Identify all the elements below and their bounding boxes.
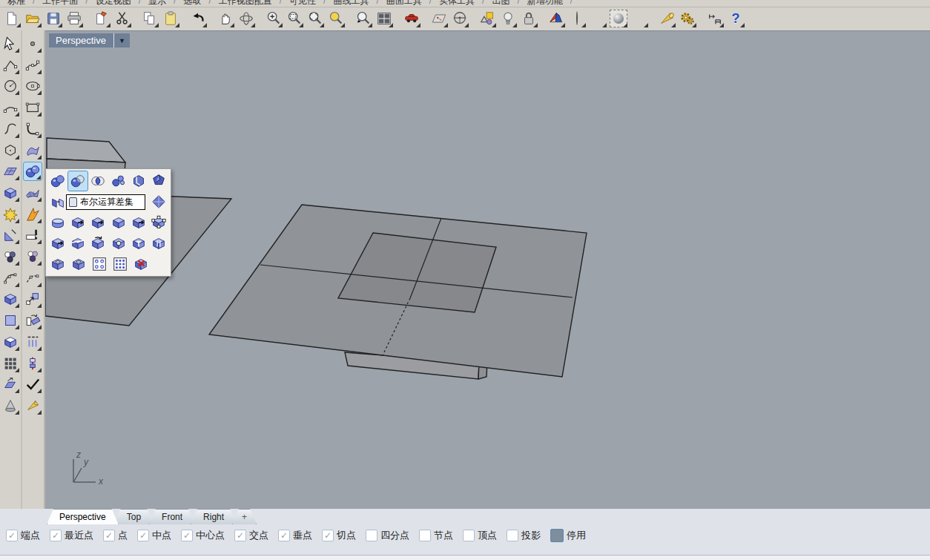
osnap-checkbox[interactable]: ✓ xyxy=(278,530,290,541)
perspective-viewport[interactable]: xyz Perspective ▼ xyxy=(45,30,930,510)
arc-3pt-button[interactable] xyxy=(1,98,20,117)
boolean-box-button[interactable] xyxy=(1,332,20,352)
copy-squares-button[interactable] xyxy=(1,311,20,330)
osnap-disable-checkbox[interactable] xyxy=(550,529,564,542)
chamfer-button[interactable] xyxy=(1,225,20,245)
scale-arrow-button[interactable] xyxy=(23,289,42,309)
scene-canvas[interactable]: xyz xyxy=(45,31,930,510)
named-views-car-button[interactable] xyxy=(401,8,422,29)
boolean-split-button[interactable] xyxy=(108,171,128,191)
group-circles-button[interactable] xyxy=(23,247,42,266)
undo-view-change-button[interactable] xyxy=(353,8,374,29)
trim-exclaim-button[interactable] xyxy=(23,225,42,245)
osnap-checkbox[interactable]: ✓ xyxy=(234,530,246,541)
undo-button[interactable] xyxy=(188,8,208,29)
polyline-button[interactable] xyxy=(1,56,20,75)
viewport-tab-right[interactable]: Right xyxy=(191,509,237,524)
rotate-face-button[interactable] xyxy=(88,233,108,254)
osnap-checkbox[interactable]: ✓ xyxy=(137,530,149,541)
curve-interpolate-button[interactable] xyxy=(23,56,42,75)
explode-lightning-button[interactable] xyxy=(23,205,42,224)
box-face-button[interactable] xyxy=(108,212,128,233)
osnap-checkbox[interactable]: ✓ xyxy=(50,530,62,541)
round-hole-button[interactable] xyxy=(108,233,128,254)
polygon-button[interactable] xyxy=(1,141,20,160)
menu-item[interactable]: 出图 xyxy=(484,0,517,7)
dimension-button[interactable] xyxy=(705,8,725,29)
save-button[interactable] xyxy=(43,8,64,29)
surface-plane-button[interactable] xyxy=(1,162,20,181)
copy-hole-button[interactable] xyxy=(68,254,89,274)
delete-hole-button[interactable] xyxy=(131,254,151,274)
offset-face-button[interactable] xyxy=(88,212,108,233)
new-document-button[interactable] xyxy=(1,8,22,29)
menu-item[interactable]: 曲面工具 xyxy=(379,0,429,7)
spotlight-cone-button[interactable] xyxy=(656,8,677,29)
viewport-tab-front[interactable]: Front xyxy=(149,509,195,524)
cplane-map-button[interactable] xyxy=(429,8,449,29)
menu-item[interactable]: 工作平面 xyxy=(35,0,85,7)
rectangle-button[interactable] xyxy=(23,98,42,117)
rotate-mirror-button[interactable] xyxy=(23,311,42,330)
viewport-tab-perspective[interactable]: Perspective xyxy=(47,509,119,524)
osnap-checkbox[interactable] xyxy=(419,530,431,541)
curve-freeform-button[interactable] xyxy=(1,119,20,139)
array-grid-button[interactable] xyxy=(1,354,20,373)
osnap-checkbox[interactable]: ✓ xyxy=(181,530,193,541)
cut-scissors-button[interactable] xyxy=(112,8,133,29)
menu-item[interactable]: 选取 xyxy=(176,0,208,7)
extract-surface-button[interactable] xyxy=(47,191,67,212)
paste-clipboard-button[interactable] xyxy=(160,8,181,29)
menu-item[interactable]: 可见性 xyxy=(282,0,323,7)
single-point-button[interactable] xyxy=(23,34,42,53)
osnap-checkbox[interactable]: ✓ xyxy=(6,530,18,541)
rendered-sphere-button[interactable] xyxy=(629,8,650,29)
pan-hand-button[interactable] xyxy=(215,8,236,29)
copy-button[interactable] xyxy=(139,8,160,29)
move-face-button[interactable] xyxy=(67,212,88,233)
fillet-star-button[interactable] xyxy=(1,205,20,224)
polyhedron-button[interactable] xyxy=(149,171,169,191)
viewport-dropdown-icon[interactable]: ▼ xyxy=(114,37,130,45)
split-face-button[interactable] xyxy=(67,233,88,254)
text-solid-button[interactable] xyxy=(128,233,148,254)
menu-item[interactable]: 新增功能 xyxy=(520,0,570,7)
boolean-intersection-button[interactable] xyxy=(88,171,108,191)
zoom-window-button[interactable] xyxy=(284,8,305,29)
check-mark-button[interactable] xyxy=(23,375,42,394)
place-hole-button[interactable] xyxy=(47,254,68,274)
menu-item[interactable]: 标准 xyxy=(0,0,33,7)
move-blue-button[interactable] xyxy=(1,375,20,394)
extrude-solid-button[interactable] xyxy=(1,289,20,309)
array-linear-button[interactable] xyxy=(23,354,42,373)
shell-box-button[interactable] xyxy=(128,171,148,191)
mesh-surface-button[interactable] xyxy=(23,183,42,202)
hole-grid-button[interactable] xyxy=(89,254,110,274)
osnap-checkbox[interactable] xyxy=(507,530,518,541)
move-face-arrow-button[interactable] xyxy=(47,233,67,254)
ellipse-button[interactable] xyxy=(23,76,42,96)
select-arrow-button[interactable] xyxy=(1,34,20,53)
osnap-checkbox[interactable]: ✓ xyxy=(322,530,334,541)
set-cplane-button[interactable] xyxy=(449,8,470,29)
color-wheel-button[interactable] xyxy=(567,8,587,29)
display-shell-button[interactable] xyxy=(546,8,567,29)
patch-surface-button[interactable] xyxy=(23,141,42,160)
viewport-tab-top[interactable]: Top xyxy=(114,509,154,524)
help-button[interactable]: ? xyxy=(725,8,746,29)
menu-item[interactable]: 曲线工具 xyxy=(326,0,376,7)
rebuild-curve-button[interactable] xyxy=(1,269,20,288)
slice-solid-button[interactable] xyxy=(47,212,67,233)
lights-bulb-button[interactable] xyxy=(498,8,518,29)
shaded-sphere-button[interactable] xyxy=(587,8,608,29)
rebuild-points-button[interactable] xyxy=(23,269,42,288)
join-circles-button[interactable] xyxy=(1,247,20,266)
edit-page-button[interactable] xyxy=(91,8,112,29)
zoom-selected-button[interactable] xyxy=(326,8,346,29)
menu-item[interactable]: 工作视图配置 xyxy=(211,0,280,7)
osnap-checkbox[interactable] xyxy=(463,530,475,541)
zoom-dynamic-button[interactable] xyxy=(263,8,284,29)
solid-tools-spheres-button[interactable] xyxy=(23,162,42,181)
points-on-solid-button[interactable] xyxy=(149,212,169,233)
curve-corner-button[interactable] xyxy=(23,119,42,139)
